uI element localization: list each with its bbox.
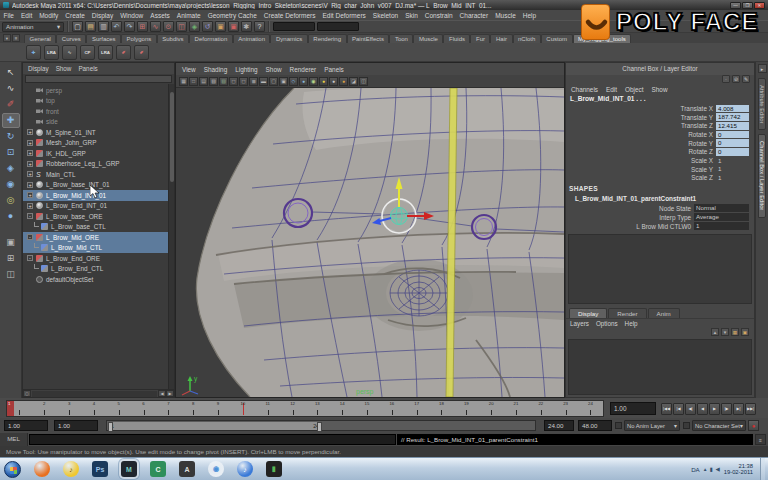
auto-keyframe-button[interactable] [748, 420, 759, 431]
play-forwards-button[interactable] [709, 403, 720, 415]
outliner-item[interactable]: + Mesh_John_GRP [23, 138, 174, 149]
frame-cell[interactable]: 18 [429, 401, 454, 416]
frame-cell[interactable]: 6 [131, 401, 156, 416]
expand-toggle[interactable]: + [27, 150, 33, 156]
attribute-label[interactable]: Scale X [566, 157, 716, 164]
layer-editor-menu-item[interactable]: Help [625, 320, 638, 327]
scrollbar-thumb[interactable] [170, 92, 174, 182]
construction-history-icon[interactable] [202, 21, 213, 32]
channel-box-menu-item[interactable]: Edit [606, 86, 617, 93]
anim-end-field[interactable]: 48.00 [578, 420, 612, 431]
outliner-item[interactable]: - L_Brow_base_ORE [23, 211, 174, 222]
outliner-scrollbar[interactable] [168, 84, 174, 389]
frame-cell[interactable]: 24 [578, 401, 603, 416]
selected-object-name[interactable]: L_Brow_Mid_INT_01 . . . [566, 94, 754, 104]
viewport-menu-item[interactable]: Renderer [290, 66, 317, 73]
attribute-label[interactable]: L Brow Mid CTLW0 [566, 223, 694, 230]
layer-move-up-icon[interactable]: ▲ [711, 328, 719, 336]
snap-to-curve-icon[interactable] [150, 21, 161, 32]
frame-cell[interactable]: 10 [230, 401, 255, 416]
outliner-item[interactable]: - L_Brow_Mid_ORE [23, 232, 174, 243]
edit-manip-icon[interactable]: ✎ [742, 75, 750, 83]
tab-channel-box[interactable]: Channel Box / Layer Editor [758, 134, 766, 217]
shelf-tab[interactable]: Hair [490, 34, 512, 43]
viewport-menu-item[interactable]: Show [266, 66, 282, 73]
menu-item[interactable]: Muscle [492, 12, 520, 19]
curve-tool-icon[interactable] [62, 45, 77, 60]
move-axis-icon[interactable] [26, 45, 41, 60]
frame-cell[interactable]: 13 [305, 401, 330, 416]
frame-cell[interactable]: 9 [206, 401, 231, 416]
menu-item[interactable]: Skin [402, 12, 422, 19]
attribute-value-field[interactable]: Average [694, 213, 749, 221]
play-backwards-button[interactable] [697, 403, 708, 415]
shelf-tab[interactable]: Rendering [308, 34, 347, 43]
outliner-item[interactable]: top [23, 96, 174, 107]
attribute-value-field[interactable]: 0 [716, 148, 749, 156]
language-indicator[interactable]: DA [691, 466, 700, 473]
single-pane-layout-button[interactable] [2, 235, 20, 250]
taskbar-app-a[interactable]: A [179, 461, 195, 477]
taskbar-media-player[interactable]: ♪ [63, 461, 79, 477]
new-empty-layer-icon[interactable]: ▦ [731, 328, 739, 336]
taskbar-maya[interactable]: M [121, 461, 137, 477]
scroll-right-icon[interactable]: ▶ [166, 390, 174, 397]
attribute-value-field[interactable]: 187.742 [716, 113, 749, 121]
attribute-label[interactable]: Translate X [566, 105, 716, 112]
taskbar-itunes[interactable]: ♪ [237, 461, 253, 477]
expand-toggle[interactable]: - [27, 213, 33, 219]
safe-action-icon[interactable] [269, 77, 278, 86]
attribute-value-field[interactable]: 0 [716, 131, 749, 139]
shelf-tab[interactable]: Muscle [413, 34, 443, 43]
numeric-input-field[interactable] [317, 22, 359, 31]
frame-cell[interactable]: 11 [255, 401, 280, 416]
lock-camera-icon[interactable] [189, 77, 198, 86]
outliner-h-scrollbar[interactable]: ◻ ◀ ▶ [23, 389, 174, 397]
anim-start-field[interactable]: 1.00 [4, 420, 48, 431]
anim-layer-toggle[interactable] [615, 422, 622, 429]
sidebar-collapse-icon[interactable]: ▸ [758, 64, 767, 73]
frame-ticks[interactable]: 1 2 3 4 5 6 7 [6, 400, 604, 417]
expand-toggle[interactable]: + [27, 171, 33, 177]
four-pane-layout-button[interactable] [2, 251, 20, 266]
outliner-item[interactable]: L_Brow_End_CTL [23, 264, 174, 275]
step-forward-frame-button[interactable] [733, 403, 744, 415]
universal-manipulator-tool[interactable] [2, 161, 20, 176]
shelf-tab[interactable]: PaintEffects [347, 34, 390, 43]
snap-to-grid-icon[interactable] [137, 21, 148, 32]
tray-network-icon[interactable]: ▮ [710, 466, 713, 472]
expand-toggle[interactable]: + [27, 182, 33, 188]
attribute-value-field[interactable]: 12.415 [716, 122, 749, 130]
help-line-icon[interactable] [254, 21, 265, 32]
outliner-item[interactable]: + IK_HDL_GRP [23, 148, 174, 159]
layer-editor-tab[interactable]: Render [608, 308, 646, 318]
attribute-label[interactable]: Scale Y [566, 166, 716, 173]
viewport-menu-item[interactable]: View [182, 66, 196, 73]
redo-icon[interactable] [124, 21, 135, 32]
bookmark-icon[interactable] [209, 77, 218, 86]
safe-title-icon[interactable] [279, 77, 288, 86]
expand-toggle[interactable]: + [27, 203, 33, 209]
tray-volume-icon[interactable]: ◀ [716, 466, 720, 472]
frame-cell[interactable]: 7 [156, 401, 181, 416]
viewport-menu-item[interactable]: Panels [324, 66, 344, 73]
outliner-menu-item[interactable]: Display [28, 65, 49, 72]
frame-cell[interactable]: 8 [181, 401, 206, 416]
channel-box-menu-item[interactable]: Show [652, 86, 668, 93]
outliner-item[interactable]: defaultObjectSet [23, 274, 174, 285]
menu-item[interactable]: Skeleton [369, 12, 401, 19]
render-view-icon[interactable] [215, 21, 226, 32]
channel-box-menu-item[interactable]: Channels [571, 86, 598, 93]
anim-layer-dropdown[interactable]: No Anim Layer ▾ [624, 420, 680, 431]
attribute-value-field[interactable]: 4.008 [716, 105, 749, 113]
viewport-menu-item[interactable]: Shading [204, 66, 227, 73]
expand-toggle[interactable]: - [27, 234, 33, 240]
shelf-tab[interactable]: General [24, 34, 56, 43]
film-gate-icon[interactable] [229, 77, 238, 86]
command-input[interactable] [29, 434, 396, 445]
shelf-tab[interactable]: Animation [233, 34, 271, 43]
shelf-tab[interactable]: Toon [389, 34, 413, 43]
camera-attributes-icon[interactable] [199, 77, 208, 86]
attribute-value-field[interactable]: 1 [694, 222, 749, 230]
perspective-viewport[interactable]: ViewShadingLightingShowRendererPanels [175, 62, 565, 398]
